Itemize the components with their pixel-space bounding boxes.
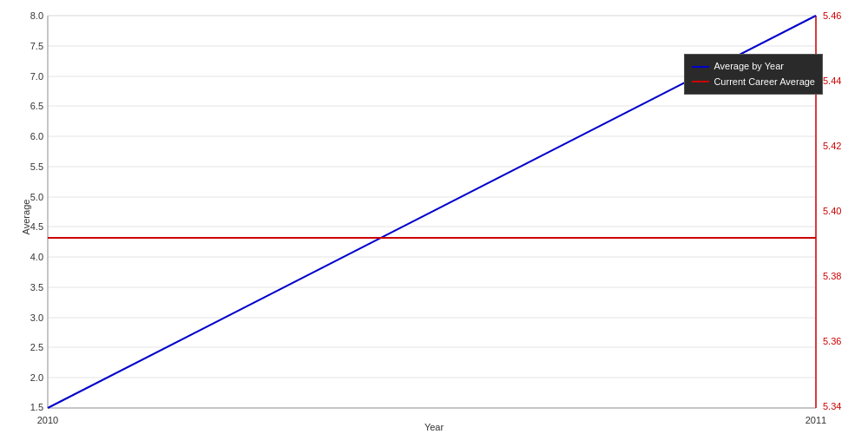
svg-text:4.0: 4.0 bbox=[30, 252, 43, 262]
svg-text:1.5: 1.5 bbox=[30, 402, 43, 412]
svg-text:5.5: 5.5 bbox=[30, 161, 43, 172]
chart-container: 8.0 7.5 7.0 6.5 6.0 5.5 5.0 4.5 4.0 3.5 … bbox=[0, 0, 868, 434]
svg-text:5.34: 5.34 bbox=[823, 401, 841, 411]
legend-blue-line bbox=[692, 66, 709, 68]
svg-text:2010: 2010 bbox=[37, 415, 58, 425]
legend-box: Average by Year Current Career Average bbox=[684, 54, 823, 95]
svg-text:3.0: 3.0 bbox=[30, 312, 43, 323]
y-axis-left-label: Average bbox=[21, 200, 31, 235]
legend-label-red: Current Career Average bbox=[713, 75, 815, 90]
legend-item-red: Current Career Average bbox=[692, 75, 815, 90]
legend-item-blue: Average by Year bbox=[692, 59, 815, 75]
legend-label-blue: Average by Year bbox=[713, 59, 784, 75]
svg-text:2.0: 2.0 bbox=[30, 372, 43, 383]
svg-text:2011: 2011 bbox=[806, 415, 826, 425]
svg-text:5.44: 5.44 bbox=[823, 76, 841, 86]
svg-text:8.0: 8.0 bbox=[30, 10, 43, 21]
svg-text:5.42: 5.42 bbox=[823, 141, 841, 151]
svg-text:3.5: 3.5 bbox=[30, 282, 43, 293]
svg-text:6.0: 6.0 bbox=[30, 131, 43, 141]
svg-text:7.0: 7.0 bbox=[30, 71, 43, 82]
svg-text:5.36: 5.36 bbox=[823, 336, 841, 346]
svg-text:5.0: 5.0 bbox=[30, 192, 43, 202]
svg-text:7.5: 7.5 bbox=[30, 41, 43, 51]
x-axis-label: Year bbox=[424, 422, 444, 432]
svg-text:5.46: 5.46 bbox=[823, 10, 841, 21]
legend-red-line bbox=[692, 81, 709, 82]
svg-text:4.5: 4.5 bbox=[30, 221, 43, 232]
svg-text:6.5: 6.5 bbox=[30, 101, 43, 111]
svg-text:5.40: 5.40 bbox=[823, 206, 841, 216]
svg-text:5.38: 5.38 bbox=[823, 271, 841, 281]
svg-text:2.5: 2.5 bbox=[30, 342, 43, 352]
